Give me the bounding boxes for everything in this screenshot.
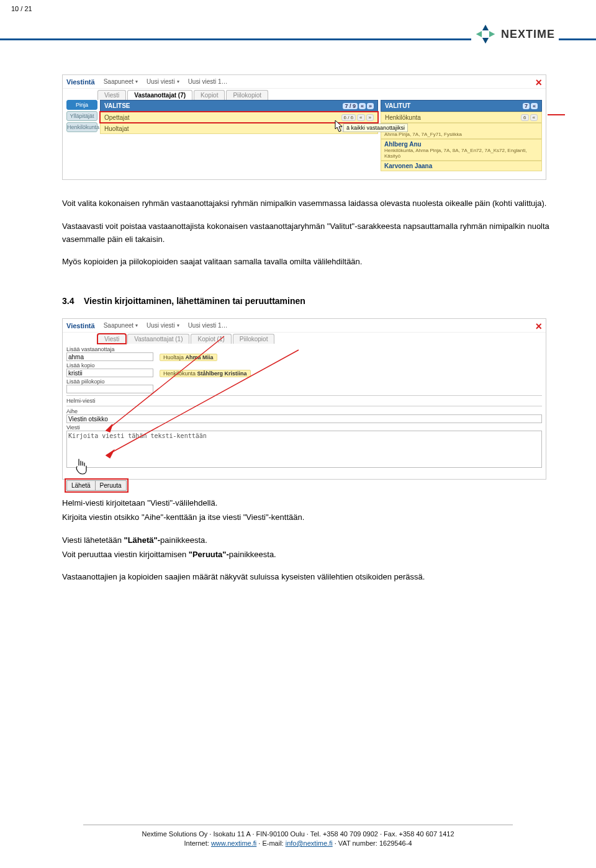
paragraph: Voit valita kokonaisen ryhmän vastaanott…	[62, 197, 559, 210]
svg-marker-3	[489, 31, 495, 37]
tooltip: ä kaikki vastaanottajiksi	[343, 123, 408, 132]
footer-rule	[83, 825, 512, 825]
selected-group-henkilokunta[interactable]: Henkilökunta 6«	[381, 112, 542, 123]
side-filter-henkilokunta[interactable]: Henkilökunta	[66, 122, 97, 132]
arrow-left-icon[interactable]: «	[357, 114, 364, 121]
chevron-down-icon: ▾	[177, 79, 179, 84]
svg-marker-1	[482, 38, 489, 43]
group-label: Henkilökunta	[385, 114, 421, 121]
page-footer: Nextime Solutions Oy · Isokatu 11 A · FI…	[0, 825, 596, 847]
valitut-title: VALITUT	[385, 102, 410, 109]
footer-link-email[interactable]: info@nextime.fi	[286, 839, 333, 847]
label-add-copy: Lisää kopio	[66, 362, 153, 369]
label-aihe: Aihe	[66, 408, 542, 414]
valitse-column: VALITSE 7 / 9«» Opettajat 6 / 6«» Huolta…	[100, 100, 378, 171]
nav-viestinta[interactable]: Viestintä	[66, 78, 95, 86]
paragraph: Helmi-viesti kirjoitetaan "Viesti"-välil…	[62, 497, 559, 510]
divider	[66, 406, 542, 406]
tab-vastaanottajat[interactable]: Vastaanottajat (1)	[127, 334, 189, 344]
person-meta: Henkilökunta, Ahma Pinja, 7A, 8A, 7A_En7…	[384, 148, 538, 159]
screenshot-recipients-panel: Viestintä Saapuneet ▾ Uusi viesti ▾ Uusi…	[62, 74, 546, 180]
nav-uusi-viesti[interactable]: Uusi viesti ▾	[147, 322, 179, 329]
arrow-left-icon[interactable]: «	[359, 103, 366, 109]
brand-logo: NEXTIME	[471, 24, 559, 45]
valitse-title: VALITSE	[104, 102, 130, 109]
screenshot-compose-panel: Viestintä Saapuneet ▾ Uusi viesti ▾ Uusi…	[62, 318, 546, 480]
nav-saapuneet[interactable]: Saapuneet ▾	[104, 322, 138, 329]
tab-viesti[interactable]: Viesti	[97, 334, 126, 344]
tab-kopiot[interactable]: Kopiot (1)	[191, 334, 231, 344]
nav-uusi-viesti[interactable]: Uusi viesti ▾	[147, 78, 179, 85]
app-top-nav: Viestintä Saapuneet ▾ Uusi viesti ▾ Uusi…	[63, 75, 546, 89]
close-icon[interactable]: ×	[535, 76, 542, 89]
selected-person[interactable]: Karvonen Jaana	[381, 161, 542, 171]
tab-piilokopiot[interactable]: Piilokopiot	[226, 90, 268, 100]
valitut-count: 7	[523, 103, 530, 109]
tab-vastaanottajat[interactable]: Vastaanottajat (7)	[127, 90, 192, 100]
footer-line-1: Nextime Solutions Oy · Isokatu 11 A · FI…	[0, 830, 596, 838]
arrow-left-icon[interactable]: «	[531, 103, 538, 109]
person-name: Karvonen Jaana	[384, 163, 538, 169]
person-meta: Ahma Pinja, 7A, 7A_Fy71, Fysiikka	[384, 132, 538, 137]
paragraph: Vastaavasti voit poistaa vastaanottajist…	[62, 220, 559, 246]
svg-marker-2	[476, 31, 482, 37]
side-filter-yllapitajat[interactable]: Ylläpitäjät	[66, 111, 97, 121]
paragraph: Voit peruuttaa viestin kirjoittamisen "P…	[62, 548, 559, 562]
tab-piilokopiot[interactable]: Piilokopiot	[233, 334, 275, 344]
page-number: 10 / 21	[11, 5, 32, 12]
nav-uusi-viesti-tab[interactable]: Uusi viesti 1…	[188, 78, 228, 85]
copy-pill[interactable]: Henkilökunta Ståhlberg Kristiina	[160, 370, 251, 377]
app-top-nav: Viestintä Saapuneet ▾ Uusi viesti ▾ Uusi…	[63, 319, 546, 333]
brand-name: NEXTIME	[501, 28, 555, 41]
heading-number: 3.4	[62, 296, 74, 306]
tab-row: Viesti Vastaanottajat (7) Kopiot Piiloko…	[63, 89, 546, 100]
label-add-recipient: Lisää vastaanottaja	[66, 346, 153, 352]
cancel-button[interactable]: Peruuta	[95, 480, 127, 491]
close-icon[interactable]: ×	[535, 320, 542, 333]
nav-uusi-viesti-tab[interactable]: Uusi viesti 1…	[188, 322, 228, 329]
footer-link-web[interactable]: www.nextime.fi	[211, 839, 256, 847]
side-filter-column: Pinja Ylläpitäjät Henkilökunta	[66, 100, 97, 171]
bcc-input[interactable]	[66, 385, 153, 393]
label-helmi-viesti: Helmi-viesti	[66, 398, 542, 404]
group-label: Opettajat	[104, 114, 130, 121]
group-count: 6	[521, 114, 528, 121]
tab-kopiot[interactable]: Kopiot	[194, 90, 225, 100]
page-content: Viestintä Saapuneet ▾ Uusi viesti ▾ Uusi…	[62, 74, 559, 594]
compose-form: Lisää vastaanottaja Huoltaja Ahma Miia L…	[63, 344, 546, 492]
footer-line-2: Internet: www.nextime.fi · E-mail: info@…	[0, 839, 596, 847]
nextime-logo-icon	[475, 24, 496, 45]
side-filter-pinja[interactable]: Pinja	[66, 100, 97, 110]
chevron-down-icon: ▾	[135, 79, 138, 84]
selected-person[interactable]: Ahlberg Anu Henkilökunta, Ahma Pinja, 7A…	[381, 139, 542, 161]
nav-viestinta[interactable]: Viestintä	[66, 322, 95, 329]
chevron-down-icon: ▾	[177, 323, 179, 328]
divider	[66, 395, 542, 396]
valitut-column: VALITUT 7« Henkilökunta 6« n Antti Ahma …	[381, 100, 542, 171]
nav-saapuneet[interactable]: Saapuneet ▾	[104, 78, 138, 85]
valitse-count: 7 / 9	[343, 103, 358, 109]
tab-viesti[interactable]: Viesti	[97, 90, 126, 100]
arrow-right-icon[interactable]: »	[366, 114, 374, 121]
send-cancel-buttons: Lähetä Peruuta	[66, 480, 127, 491]
message-textarea[interactable]	[66, 431, 542, 468]
annotation-line	[548, 114, 565, 115]
person-name: Ahlberg Anu	[384, 141, 538, 148]
recipient-input[interactable]	[66, 352, 153, 361]
send-button[interactable]: Lähetä	[66, 480, 95, 491]
valitse-header: VALITSE 7 / 9«»	[100, 100, 378, 112]
chevron-down-icon: ▾	[135, 323, 138, 328]
hand-cursor-icon	[74, 458, 90, 477]
arrow-left-icon[interactable]: «	[530, 114, 538, 121]
valitut-header: VALITUT 7«	[381, 100, 542, 112]
arrow-right-icon[interactable]: »	[367, 103, 374, 109]
subject-input[interactable]	[66, 414, 542, 423]
paragraph: Viesti lähetetään "Lähetä"-painikkeesta.	[62, 534, 559, 547]
section-heading: 3.4 Viestin kirjoittaminen, lähettäminen…	[62, 296, 559, 306]
copy-input[interactable]	[66, 369, 153, 377]
paragraph: Myös kopioiden ja piilokopioiden saajat …	[62, 256, 559, 269]
recipient-pill[interactable]: Huoltaja Ahma Miia	[160, 354, 217, 361]
svg-marker-0	[482, 25, 489, 30]
paragraph: Vastaanottajien ja kopioiden saajien mää…	[62, 571, 559, 584]
group-label: Huoltajat	[104, 125, 129, 132]
